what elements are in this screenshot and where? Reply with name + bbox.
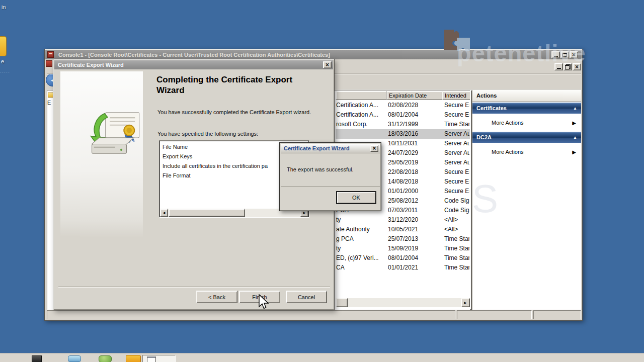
- console-titlebar[interactable]: Console1 - [Console Root\Certificates - …: [45, 50, 582, 59]
- taskbar-app-icon-2[interactable]: [68, 355, 81, 362]
- cert-expiration-date: 24/07/2029: [388, 149, 418, 156]
- cert-expiration-date: 08/01/2004: [388, 254, 418, 261]
- scroll-left-button[interactable]: ◄: [160, 209, 168, 217]
- actions-pane-header: Actions: [472, 90, 581, 102]
- child-window-icon: [46, 60, 52, 67]
- back-button[interactable]: < Back: [196, 291, 237, 303]
- table-row[interactable]: 18/03/2016 Server Au: [336, 129, 470, 139]
- column-header-intended[interactable]: Intended: [442, 91, 470, 100]
- scrollbar-thumb[interactable]: [336, 298, 348, 307]
- cert-intended-purpose: Time Star: [444, 254, 469, 261]
- child-close-button[interactable]: ×: [573, 63, 581, 70]
- minimize-icon: [554, 56, 558, 57]
- scroll-right-icon: ►: [463, 301, 467, 305]
- desktop-selection-dots: ·····: [0, 69, 10, 74]
- table-row[interactable]: Certification A... 08/01/2004 Secure Er: [336, 110, 470, 120]
- cert-expiration-date: 25/08/2012: [388, 197, 418, 204]
- arrow-right-icon: ▶: [572, 120, 576, 126]
- cert-expiration-date: 18/03/2016: [388, 130, 418, 137]
- minimize-icon: [557, 68, 561, 69]
- child-minimize-button[interactable]: [554, 63, 563, 70]
- restore-icon: [565, 64, 571, 69]
- scroll-right-button[interactable]: ►: [461, 298, 470, 307]
- desktop: in e ····· Console1 - [Console Root\Cert…: [0, 0, 644, 362]
- more-actions-dc2a[interactable]: More Actions ▶: [472, 143, 581, 161]
- wizard-body-text: You have successfully completed the Cert…: [157, 109, 319, 116]
- cert-intended-purpose: Secure Er: [444, 102, 469, 109]
- status-bar-section: [47, 310, 455, 319]
- status-bar-section: [457, 310, 532, 319]
- cert-name: ty: [336, 245, 386, 252]
- arrow-right-icon: ▶: [572, 149, 576, 155]
- cert-intended-purpose: Server Au: [444, 149, 469, 156]
- more-actions-certificates[interactable]: More Actions ▶: [472, 114, 581, 132]
- table-row[interactable]: ty 31/12/2020 <All>: [336, 215, 470, 225]
- taskbar[interactable]: [0, 353, 644, 362]
- cert-intended-purpose: Server Au: [444, 140, 469, 147]
- taskbar-active-window-button[interactable]: [142, 355, 176, 362]
- cert-name: Certification A...: [336, 102, 386, 109]
- cert-intended-purpose: <All>: [444, 216, 469, 223]
- cert-expiration-date: 10/11/2031: [388, 140, 418, 147]
- table-row[interactable]: ED, (c)97 Veri... 08/01/2004 Time Star: [336, 253, 470, 263]
- cert-expiration-date: 02/08/2028: [388, 102, 418, 109]
- close-icon: ×: [572, 52, 576, 58]
- export-certificate-icon: [86, 104, 143, 162]
- table-row[interactable]: Certification A... 02/08/2028 Secure Er: [336, 101, 470, 110]
- cert-intended-purpose: Code Sigr: [444, 197, 469, 204]
- actions-section-certificates[interactable]: Certificates ▲: [472, 103, 581, 114]
- cert-expiration-date: 15/09/2019: [388, 245, 418, 252]
- actions-section-dc2a[interactable]: DC2A ▲: [472, 132, 581, 143]
- table-row[interactable]: g PCA 25/07/2013 Time Star: [336, 234, 470, 244]
- console-maximize-button[interactable]: [560, 51, 569, 58]
- taskbar-app-icon-4[interactable]: [126, 355, 141, 362]
- mouse-cursor: [258, 294, 270, 310]
- console-window-title: Console1 - [Console Root\Certificates - …: [58, 52, 330, 58]
- cert-expiration-date: 08/01/2004: [388, 111, 418, 118]
- wizard-close-button[interactable]: ×: [323, 61, 332, 68]
- cert-name: ty: [336, 216, 386, 223]
- desktop-icon-label: e: [1, 58, 4, 64]
- cancel-button[interactable]: Cancel: [286, 291, 327, 303]
- cert-name: Certification A...: [336, 111, 386, 118]
- cert-intended-purpose: Secure Er: [444, 178, 469, 185]
- list-horizontal-scrollbar[interactable]: ►: [336, 298, 470, 307]
- taskbar-app-icon-1[interactable]: [32, 355, 42, 362]
- cert-name: CA: [336, 264, 386, 271]
- wizard-heading: Completing the Certificate Export Wizard: [156, 74, 320, 96]
- cert-expiration-date: 10/05/2021: [388, 226, 418, 233]
- child-restore-button[interactable]: [564, 63, 572, 70]
- taskbar-app-icon-3[interactable]: [99, 355, 112, 362]
- table-row[interactable]: CA 01/01/2021 Time Star: [336, 263, 470, 273]
- tree-item-fragment: E: [47, 100, 51, 106]
- dialog-titlebar[interactable]: Certificate Export Wizard: [281, 144, 380, 153]
- export-success-dialog[interactable]: Certificate Export Wizard × The export w…: [279, 142, 381, 211]
- ok-button[interactable]: OK: [336, 191, 376, 204]
- cert-intended-purpose: Secure Er: [444, 188, 469, 195]
- close-icon: ×: [372, 145, 376, 151]
- wizard-titlebar[interactable]: Certificate Export Wizard: [54, 60, 333, 69]
- status-bar-section: [533, 310, 581, 319]
- scrollbar-thumb[interactable]: [169, 209, 245, 217]
- wizard-watermark-panel: [60, 71, 143, 237]
- button-separator: [58, 287, 330, 288]
- cert-intended-purpose: Time Star: [444, 245, 469, 252]
- close-icon: ×: [575, 64, 579, 70]
- column-header-expiration[interactable]: Expiration Date: [386, 91, 442, 100]
- desktop-icon-partial[interactable]: [0, 36, 7, 56]
- cert-intended-purpose: Time Star: [444, 121, 469, 128]
- cert-expiration-date: 25/07/2013: [388, 235, 418, 242]
- cert-intended-purpose: Server Au: [444, 159, 469, 166]
- table-row[interactable]: ty 15/09/2019 Time Star: [336, 244, 470, 253]
- table-row[interactable]: rosoft Corp. 31/12/1999 Time Star: [336, 120, 470, 129]
- dialog-close-button[interactable]: ×: [370, 145, 378, 152]
- cert-expiration-date: 31/12/2020: [388, 216, 418, 223]
- column-header-name[interactable]: [336, 91, 386, 100]
- cert-name: ate Authority: [336, 226, 386, 233]
- console-minimize-button[interactable]: [551, 51, 560, 58]
- table-row[interactable]: ate Authority 10/05/2021 <All>: [336, 225, 470, 234]
- console-app-icon: [47, 51, 54, 58]
- cert-intended-purpose: Secure Er: [444, 111, 469, 118]
- wizard-title: Certificate Export Wizard: [58, 62, 124, 68]
- console-close-button[interactable]: ×: [570, 51, 578, 58]
